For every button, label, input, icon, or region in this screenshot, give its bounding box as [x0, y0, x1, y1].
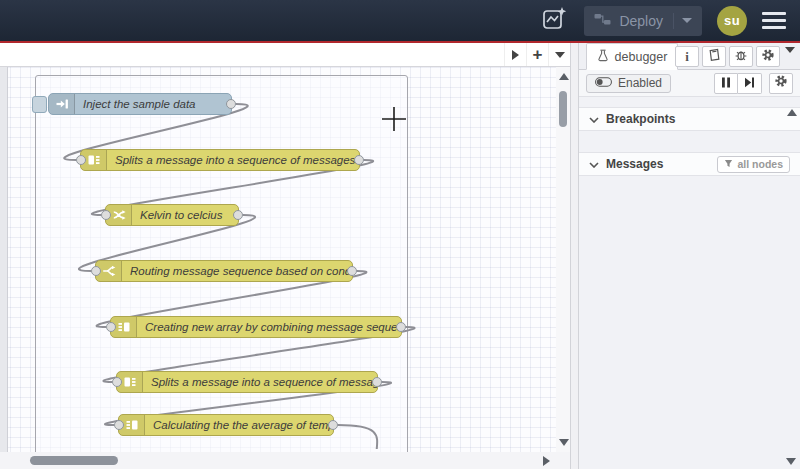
- help-book-button[interactable]: [702, 46, 726, 67]
- deploy-button-label: Deploy: [619, 13, 663, 29]
- enabled-label: Enabled: [618, 76, 662, 90]
- debug-bug-button[interactable]: [729, 46, 753, 67]
- node-label: Creating new array by combining message …: [137, 321, 401, 333]
- pause-icon: [721, 74, 731, 92]
- ai-assistant-button[interactable]: [539, 6, 569, 36]
- flow-node-switch[interactable]: Routing message sequence based on condit…: [95, 260, 353, 282]
- chevron-down-icon: [589, 112, 599, 126]
- info-icon: i: [685, 49, 689, 65]
- flow-node-split[interactable]: Splits a message into a sequence of mess…: [116, 371, 378, 393]
- sidebar-spacer: [579, 97, 800, 107]
- user-avatar[interactable]: su: [717, 6, 747, 36]
- deploy-separator: [673, 13, 674, 29]
- flow-node-inject[interactable]: Inject the sample data: [48, 93, 232, 115]
- canvas-horizontal-scrollbar[interactable]: [0, 452, 570, 469]
- pause-button[interactable]: [714, 73, 738, 94]
- sidebar: debugger i: [579, 43, 800, 469]
- inject-arrow-icon: [49, 94, 75, 114]
- output-port[interactable]: [372, 377, 382, 387]
- input-port[interactable]: [76, 155, 86, 165]
- flow-node-change[interactable]: Kelvin to celcius: [105, 204, 239, 226]
- crosshair-pointer: [381, 106, 407, 136]
- vertical-scroll-thumb[interactable]: [559, 91, 567, 127]
- menu-bar-icon: [762, 12, 786, 15]
- wire[interactable]: [338, 425, 424, 449]
- funnel-icon: [724, 158, 733, 170]
- bug-icon: [734, 48, 748, 66]
- node-label: Splits a message into a sequence of mess…: [107, 154, 359, 166]
- flow-node-join[interactable]: Creating new array by combining message …: [110, 316, 402, 338]
- node-label: Calculating the the average of temperatu…: [145, 419, 333, 431]
- flow-tab-bar: +: [0, 43, 570, 67]
- deploy-nodes-icon: [594, 12, 611, 30]
- deploy-caret-icon[interactable]: [682, 18, 692, 23]
- sidebar-tabs-menu-button[interactable]: [785, 53, 795, 71]
- messages-label: Messages: [606, 157, 663, 171]
- tab-debugger-label: debugger: [615, 50, 668, 64]
- step-forward-icon: [744, 74, 755, 92]
- output-port[interactable]: [226, 99, 236, 109]
- scroll-down-icon[interactable]: [786, 458, 796, 465]
- output-port[interactable]: [328, 420, 338, 430]
- header: Deploy su: [0, 0, 800, 43]
- scroll-right-icon: [512, 50, 519, 60]
- messages-list: [579, 176, 800, 469]
- scroll-right-arrow-icon[interactable]: [543, 456, 550, 466]
- input-port[interactable]: [112, 377, 122, 387]
- toggle-on-icon: [595, 76, 612, 90]
- node-label: Inject the sample data: [75, 98, 204, 110]
- node-red-app: Deploy su + Inject: [0, 0, 800, 469]
- inject-trigger-button[interactable]: [32, 96, 47, 113]
- message-filter-button[interactable]: all nodes: [717, 156, 790, 173]
- output-port[interactable]: [347, 266, 357, 276]
- workspace: + Inject the sample dataSplits a message…: [0, 43, 570, 469]
- input-port[interactable]: [101, 210, 111, 220]
- output-port[interactable]: [354, 155, 364, 165]
- flow-list-button[interactable]: [548, 43, 570, 66]
- breakpoints-section-header[interactable]: Breakpoints: [579, 107, 800, 131]
- chevron-down-icon: [555, 52, 565, 58]
- input-port[interactable]: [91, 266, 101, 276]
- messages-section-header[interactable]: Messages all nodes: [579, 152, 800, 176]
- chevron-down-icon: [589, 157, 599, 171]
- output-port[interactable]: [396, 322, 406, 332]
- breakpoints-label: Breakpoints: [606, 112, 675, 126]
- add-flow-button[interactable]: +: [526, 43, 548, 66]
- settings-button[interactable]: [756, 46, 780, 67]
- node-label: Kelvin to celcius: [132, 209, 230, 221]
- breakpoints-list: [579, 131, 800, 152]
- flow-node-split[interactable]: Splits a message into a sequence of mess…: [80, 149, 360, 171]
- flow-canvas[interactable]: Inject the sample dataSplits a message i…: [0, 67, 570, 452]
- input-port[interactable]: [106, 322, 116, 332]
- step-button[interactable]: [738, 73, 762, 94]
- menu-bar-icon: [762, 26, 786, 29]
- menu-bar-icon: [762, 19, 786, 22]
- horizontal-scroll-thumb[interactable]: [30, 456, 118, 465]
- tab-scroll-right-button[interactable]: [504, 43, 526, 66]
- main-menu-button[interactable]: [762, 12, 786, 29]
- canvas-vertical-scrollbar[interactable]: [556, 67, 570, 452]
- book-icon: [707, 48, 721, 66]
- scroll-down-icon[interactable]: [559, 439, 569, 446]
- main-area: + Inject the sample dataSplits a message…: [0, 43, 800, 469]
- debugger-toolbar: Enabled: [579, 70, 800, 97]
- node-label: Splits a message into a sequence of mess…: [143, 376, 377, 388]
- scroll-up-icon[interactable]: [559, 73, 569, 80]
- plus-icon: +: [533, 46, 543, 63]
- debugger-settings-button[interactable]: [769, 73, 793, 94]
- sidebar-tab-bar: debugger i: [579, 43, 800, 70]
- node-label: Routing message sequence based on condit…: [122, 265, 352, 277]
- output-port[interactable]: [233, 210, 243, 220]
- debugger-enabled-toggle[interactable]: Enabled: [586, 74, 671, 93]
- scroll-up-icon[interactable]: [787, 109, 797, 116]
- chevron-down-icon: [785, 47, 795, 70]
- flow-node-join[interactable]: Calculating the the average of temperatu…: [118, 414, 334, 436]
- gear-icon: [761, 48, 775, 66]
- input-port[interactable]: [114, 420, 124, 430]
- sidebar-splitter[interactable]: [570, 43, 579, 469]
- info-button[interactable]: i: [675, 46, 699, 67]
- message-filter-label: all nodes: [737, 158, 783, 170]
- tab-debugger[interactable]: debugger: [586, 43, 678, 70]
- deploy-button[interactable]: Deploy: [584, 6, 702, 36]
- flow-sparkle-icon: [541, 6, 567, 36]
